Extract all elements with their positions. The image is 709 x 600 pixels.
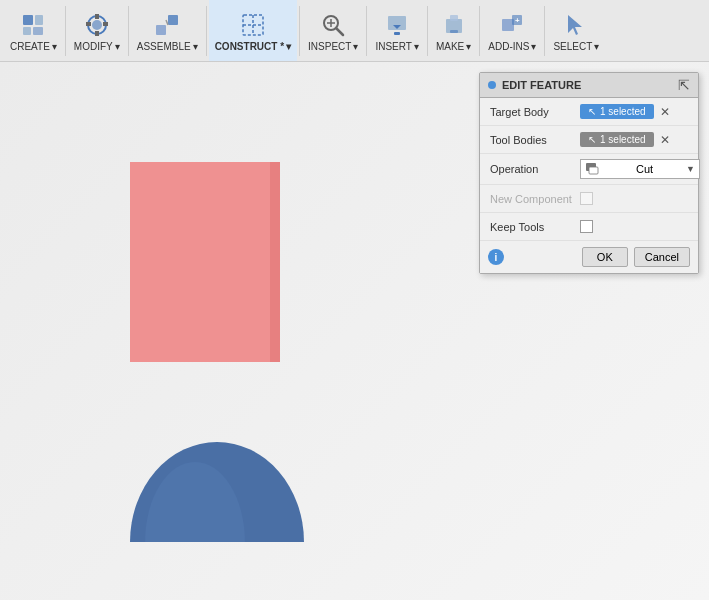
operation-value-text: Cut: [636, 163, 653, 175]
svg-rect-22: [394, 32, 400, 35]
svg-rect-8: [95, 31, 99, 36]
svg-rect-11: [168, 15, 178, 25]
keep-tools-checkbox-area: [580, 220, 593, 233]
addins-label: ADD-INS ▾: [488, 41, 536, 52]
svg-point-5: [92, 20, 102, 30]
operation-row: Operation Cut ▼: [480, 154, 698, 185]
addins-icon: +: [496, 9, 528, 41]
assemble-label: ASSEMBLE ▾: [137, 41, 198, 52]
insert-icon: [381, 9, 413, 41]
svg-marker-29: [568, 15, 582, 35]
tool-bodies-label: Tool Bodies: [490, 134, 580, 146]
keep-tools-label: Keep Tools: [490, 221, 580, 233]
keep-tools-checkbox[interactable]: [580, 220, 593, 233]
divider-5: [366, 6, 367, 56]
construct-icon: [237, 9, 269, 41]
target-body-label: Target Body: [490, 106, 580, 118]
toolbar-group-modify[interactable]: MODIFY ▾: [68, 0, 126, 61]
divider-3: [206, 6, 207, 56]
ok-button[interactable]: OK: [582, 247, 628, 267]
edit-feature-panel: EDIT FEATURE ⇱ Target Body ↖ 1 selected …: [479, 72, 699, 274]
divider-1: [65, 6, 66, 56]
divider-4: [299, 6, 300, 56]
svg-rect-6: [95, 14, 99, 19]
toolbar-group-make[interactable]: MAKE ▾: [430, 0, 477, 61]
insert-label: INSERT ▾: [375, 41, 419, 52]
toolbar-group-addins[interactable]: + ADD-INS ▾: [482, 0, 542, 61]
cancel-button[interactable]: Cancel: [634, 247, 690, 267]
toolbar-group-assemble[interactable]: ASSEMBLE ▾: [131, 0, 204, 61]
cursor-icon: ↖: [588, 106, 596, 117]
3d-shape: [130, 162, 290, 542]
inspect-label: INSPECT ▾: [308, 41, 358, 52]
expand-panel-icon[interactable]: ⇱: [678, 77, 690, 93]
modify-label: MODIFY ▾: [74, 41, 120, 52]
svg-rect-37: [589, 167, 598, 174]
canvas-area[interactable]: RIGHT Z EDIT FEATURE ⇱ Target Body: [0, 62, 709, 600]
new-component-checkbox-area: [580, 192, 593, 205]
select-icon: [560, 9, 592, 41]
modify-icon: [81, 9, 113, 41]
new-component-label: New Component: [490, 193, 580, 205]
divider-2: [128, 6, 129, 56]
new-component-row: New Component: [480, 185, 698, 213]
edit-panel-footer: i OK Cancel: [480, 241, 698, 273]
new-component-value: [580, 192, 688, 205]
tool-bodies-count: 1 selected: [600, 134, 646, 145]
keep-tools-row: Keep Tools: [480, 213, 698, 241]
operation-dropdown[interactable]: Cut ▼: [580, 159, 700, 179]
toolbar: CREATE ▾ MODIFY ▾: [0, 0, 709, 62]
svg-rect-2: [23, 27, 31, 35]
make-label: MAKE ▾: [436, 41, 471, 52]
make-icon: [438, 9, 470, 41]
target-body-value: ↖ 1 selected ✕: [580, 104, 688, 119]
operation-label: Operation: [490, 163, 580, 175]
target-body-row: Target Body ↖ 1 selected ✕: [480, 98, 698, 126]
svg-rect-25: [450, 30, 458, 33]
select-label: SELECT ▾: [553, 41, 599, 52]
svg-rect-9: [86, 22, 91, 26]
divider-8: [544, 6, 545, 56]
create-label: CREATE ▾: [10, 41, 57, 52]
svg-rect-10: [156, 25, 166, 35]
tool-bodies-row: Tool Bodies ↖ 1 selected ✕: [480, 126, 698, 154]
cursor-icon-2: ↖: [588, 134, 596, 145]
svg-line-17: [336, 28, 343, 35]
svg-rect-3: [33, 27, 43, 35]
create-icon: [17, 9, 49, 41]
inspect-icon: [317, 9, 349, 41]
operation-icon: [585, 162, 599, 176]
divider-6: [427, 6, 428, 56]
construct-label: CONSTRUCT * ▾: [215, 41, 291, 52]
target-body-clear-button[interactable]: ✕: [658, 105, 672, 119]
svg-rect-0: [23, 15, 33, 25]
svg-rect-1: [35, 15, 43, 25]
tool-bodies-badge[interactable]: ↖ 1 selected: [580, 132, 654, 147]
tool-bodies-value: ↖ 1 selected ✕: [580, 132, 688, 147]
dropdown-arrow-icon: ▼: [686, 164, 695, 174]
action-buttons: OK Cancel: [582, 247, 690, 267]
toolbar-group-create[interactable]: CREATE ▾: [4, 0, 63, 61]
toolbar-group-insert[interactable]: INSERT ▾: [369, 0, 425, 61]
svg-rect-24: [450, 15, 458, 21]
toolbar-group-inspect[interactable]: INSPECT ▾: [302, 0, 364, 61]
info-button[interactable]: i: [488, 249, 504, 265]
assemble-icon: [151, 9, 183, 41]
main-area: RIGHT Z EDIT FEATURE ⇱ Target Body: [0, 62, 709, 600]
tool-bodies-clear-button[interactable]: ✕: [658, 133, 672, 147]
toolbar-group-select[interactable]: SELECT ▾: [547, 0, 605, 61]
edit-panel-header: EDIT FEATURE ⇱: [480, 73, 698, 98]
target-body-badge[interactable]: ↖ 1 selected: [580, 104, 654, 119]
toolbar-group-construct[interactable]: CONSTRUCT * ▾: [209, 0, 297, 61]
svg-text:+: +: [515, 16, 520, 25]
new-component-checkbox[interactable]: [580, 192, 593, 205]
divider-7: [479, 6, 480, 56]
edit-panel-title-group: EDIT FEATURE: [488, 79, 581, 91]
target-body-count: 1 selected: [600, 106, 646, 117]
edit-panel-title: EDIT FEATURE: [502, 79, 581, 91]
blue-semicircle: [130, 327, 305, 542]
svg-rect-7: [103, 22, 108, 26]
keep-tools-value: [580, 220, 688, 233]
operation-value: Cut ▼: [580, 159, 700, 179]
svg-line-12: [166, 20, 168, 25]
